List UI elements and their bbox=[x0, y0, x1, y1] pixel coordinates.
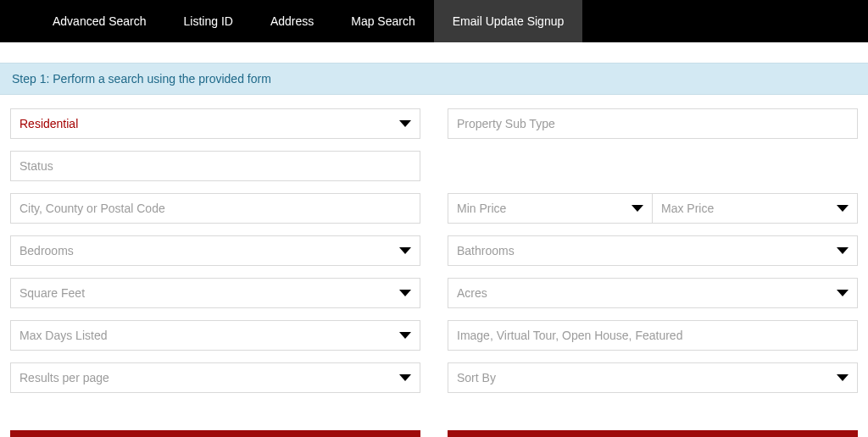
chevron-down-icon bbox=[399, 374, 411, 381]
max-days-listed-placeholder: Max Days Listed bbox=[19, 329, 107, 342]
status-input[interactable]: Status bbox=[10, 151, 420, 181]
step-banner: Step 1: Perform a search using the provi… bbox=[0, 63, 868, 95]
search-form: Residential Property Sub Type Status Cit… bbox=[0, 95, 868, 393]
nav-map-search[interactable]: Map Search bbox=[332, 0, 433, 42]
property-type-select[interactable]: Residential bbox=[10, 108, 420, 139]
sort-by-select[interactable]: Sort By bbox=[448, 362, 858, 393]
location-placeholder: City, County or Postal Code bbox=[19, 202, 165, 215]
button-row: Reset Next Step bbox=[0, 430, 868, 437]
chevron-down-icon bbox=[632, 205, 643, 212]
features-placeholder: Image, Virtual Tour, Open House, Feature… bbox=[457, 329, 682, 342]
nav-address[interactable]: Address bbox=[252, 0, 332, 42]
chevron-down-icon bbox=[399, 247, 411, 254]
min-price-placeholder: Min Price bbox=[457, 202, 506, 215]
chevron-down-icon bbox=[837, 247, 849, 254]
sort-by-placeholder: Sort By bbox=[457, 371, 496, 384]
max-price-placeholder: Max Price bbox=[661, 202, 714, 215]
square-feet-placeholder: Square Feet bbox=[19, 286, 85, 300]
next-step-button[interactable]: Next Step bbox=[448, 430, 858, 437]
results-per-page-select[interactable]: Results per page bbox=[10, 362, 420, 393]
bedrooms-placeholder: Bedrooms bbox=[19, 244, 74, 257]
max-price-select[interactable]: Max Price bbox=[653, 193, 858, 224]
square-feet-select[interactable]: Square Feet bbox=[10, 278, 420, 308]
bathrooms-placeholder: Bathrooms bbox=[457, 244, 515, 257]
results-per-page-placeholder: Results per page bbox=[19, 371, 109, 384]
price-group: Min Price Max Price bbox=[448, 193, 858, 224]
chevron-down-icon bbox=[399, 290, 411, 296]
max-days-listed-select[interactable]: Max Days Listed bbox=[10, 320, 420, 351]
property-sub-type-placeholder: Property Sub Type bbox=[457, 117, 555, 130]
property-sub-type-input[interactable]: Property Sub Type bbox=[448, 108, 858, 139]
empty-cell bbox=[448, 151, 858, 181]
nav-advanced-search[interactable]: Advanced Search bbox=[34, 0, 165, 42]
chevron-down-icon bbox=[837, 290, 849, 296]
min-price-select[interactable]: Min Price bbox=[448, 193, 653, 224]
nav-email-update-signup[interactable]: Email Update Signup bbox=[434, 0, 583, 42]
nav-listing-id[interactable]: Listing ID bbox=[165, 0, 252, 42]
chevron-down-icon bbox=[837, 205, 849, 212]
top-nav: Advanced Search Listing ID Address Map S… bbox=[0, 0, 868, 42]
property-type-value: Residential bbox=[19, 117, 78, 130]
chevron-down-icon bbox=[399, 332, 411, 339]
reset-button[interactable]: Reset bbox=[10, 430, 420, 437]
location-input[interactable]: City, County or Postal Code bbox=[10, 193, 420, 224]
chevron-down-icon bbox=[837, 374, 849, 381]
acres-placeholder: Acres bbox=[457, 286, 487, 300]
chevron-down-icon bbox=[399, 120, 411, 127]
bedrooms-select[interactable]: Bedrooms bbox=[10, 235, 420, 266]
status-placeholder: Status bbox=[19, 159, 53, 173]
features-input[interactable]: Image, Virtual Tour, Open House, Feature… bbox=[448, 320, 858, 351]
acres-select[interactable]: Acres bbox=[448, 278, 858, 308]
bathrooms-select[interactable]: Bathrooms bbox=[448, 235, 858, 266]
